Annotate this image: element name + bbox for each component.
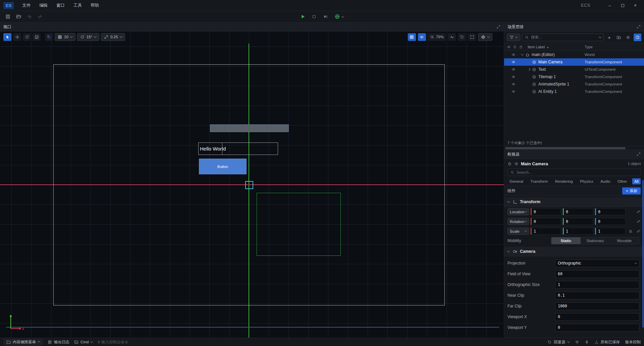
- tree-row-tilemap[interactable]: Tilemap 1 TransformComponent: [504, 73, 644, 80]
- visibility-column-icon[interactable]: [507, 45, 511, 49]
- tree-row-ai-entity[interactable]: AI Entity 1 TransformComponent: [504, 88, 644, 95]
- tab-general[interactable]: General: [507, 178, 525, 184]
- link-icon[interactable]: [636, 229, 641, 233]
- maximize-button[interactable]: [617, 1, 628, 9]
- grid-snap-dropdown[interactable]: 10: [55, 33, 75, 41]
- camera-section-header[interactable]: Camera: [504, 247, 644, 256]
- step-button[interactable]: [321, 13, 330, 21]
- hierarchy-settings-button[interactable]: [624, 34, 632, 41]
- visibility-eye-icon[interactable]: [512, 67, 516, 71]
- chevron-right-icon[interactable]: [527, 68, 531, 70]
- select-tool-button[interactable]: [3, 33, 11, 41]
- tree-row-main[interactable]: main (Editor) World: [504, 51, 644, 58]
- rotation-z-input[interactable]: [595, 218, 626, 225]
- move-tool-button[interactable]: [13, 33, 21, 41]
- button-widget[interactable]: Button: [199, 159, 247, 174]
- microphone-icon[interactable]: [585, 340, 589, 344]
- link-icon[interactable]: [636, 210, 641, 214]
- mobility-stationary[interactable]: Stationary: [581, 237, 610, 244]
- tab-all[interactable]: All: [632, 178, 641, 184]
- rotation-y-input[interactable]: [563, 218, 593, 225]
- redo-button[interactable]: [36, 13, 44, 21]
- mobility-movable[interactable]: Movable: [610, 237, 639, 244]
- console-command-input[interactable]: [101, 340, 162, 344]
- scale-z-input[interactable]: [595, 228, 626, 235]
- viewport-y-input[interactable]: [555, 324, 639, 332]
- grid-toggle-button[interactable]: [408, 33, 416, 41]
- item-label-column[interactable]: Item Label▲: [528, 45, 549, 49]
- scrollbar-thumb[interactable]: [505, 147, 626, 149]
- menu-edit[interactable]: 编辑: [35, 1, 52, 10]
- selection-pivot[interactable]: [245, 181, 253, 189]
- open-folder-button[interactable]: [14, 13, 23, 21]
- visibility-eye-icon[interactable]: [512, 53, 516, 57]
- close-button[interactable]: ×: [630, 1, 641, 9]
- menu-tools[interactable]: 工具: [69, 1, 86, 10]
- world-globe-dropdown[interactable]: [478, 33, 492, 41]
- save-button[interactable]: [3, 13, 12, 21]
- projection-select[interactable]: Orthographic: [555, 260, 639, 267]
- lock-column-icon[interactable]: [519, 45, 523, 49]
- visibility-eye-icon[interactable]: [512, 82, 516, 86]
- network-globe-button[interactable]: [332, 13, 346, 21]
- expand-panel-icon[interactable]: [637, 152, 641, 156]
- tag-tool-button[interactable]: [45, 33, 53, 41]
- visibility-eye-icon[interactable]: [512, 75, 516, 79]
- hierarchy-search[interactable]: [522, 34, 604, 41]
- rotation-dropdown[interactable]: Rotation: [507, 218, 529, 225]
- location-z-input[interactable]: [595, 208, 626, 215]
- stats-button[interactable]: [448, 33, 456, 41]
- location-y-input[interactable]: [563, 208, 593, 215]
- cmd-dropdown[interactable]: Cmd: [74, 340, 93, 344]
- link-icon[interactable]: [636, 219, 641, 224]
- text-widget[interactable]: Hello World: [198, 142, 278, 155]
- rollback-dropdown[interactable]: 回退器: [547, 340, 570, 345]
- inspector-search-input[interactable]: [517, 170, 638, 174]
- hierarchy-search-input[interactable]: [531, 35, 597, 39]
- type-column[interactable]: Type: [585, 45, 593, 49]
- inspector-search[interactable]: [507, 169, 641, 176]
- version-control-button[interactable]: 版本控制: [625, 340, 641, 345]
- orthographic-size-input[interactable]: [555, 281, 639, 289]
- field-of-view-input[interactable]: [555, 270, 639, 278]
- scale-dropdown[interactable]: Scale: [507, 228, 529, 235]
- tab-audio[interactable]: Audio: [598, 178, 612, 184]
- chevron-down-icon[interactable]: [520, 54, 524, 56]
- content-drawer-button[interactable]: 内容侧滑菜单: [3, 339, 43, 346]
- output-log-button[interactable]: 输出日志: [48, 340, 69, 345]
- tree-row-main-camera[interactable]: Main Camera TransformComponent: [504, 58, 644, 66]
- far-clip-input[interactable]: [555, 302, 639, 310]
- viewport-canvas[interactable]: 10 15° 0.25: [0, 32, 504, 338]
- save-status[interactable]: 所有已保存: [594, 340, 620, 345]
- filter-button[interactable]: [507, 34, 520, 41]
- scale-lock-icon[interactable]: [629, 229, 633, 233]
- menu-help[interactable]: 帮助: [86, 1, 103, 10]
- tree-row-animatedsprite[interactable]: AnimatedSprite 1 TransformComponent: [504, 80, 644, 88]
- play-button[interactable]: [298, 13, 307, 21]
- tab-rendering[interactable]: Rendering: [553, 178, 575, 184]
- near-clip-input[interactable]: [555, 292, 639, 299]
- visibility-toggle-button[interactable]: [418, 33, 426, 41]
- visibility-eye-icon[interactable]: [512, 90, 516, 94]
- add-entity-button[interactable]: +: [605, 34, 613, 41]
- rotation-x-input[interactable]: [531, 218, 561, 225]
- location-dropdown[interactable]: Location: [507, 208, 529, 215]
- menu-window[interactable]: 窗口: [52, 1, 69, 10]
- menu-file[interactable]: 文件: [18, 1, 35, 10]
- reset-view-button[interactable]: [458, 33, 466, 41]
- console-command-field[interactable]: [97, 340, 162, 344]
- tab-other[interactable]: Other: [615, 178, 629, 184]
- favorite-column-icon[interactable]: [513, 45, 517, 49]
- transform-section-header[interactable]: Transform: [504, 197, 644, 207]
- undo-button[interactable]: [25, 13, 34, 21]
- visibility-eye-icon[interactable]: [512, 60, 516, 64]
- network-status-icon[interactable]: [575, 340, 579, 344]
- rotate-tool-button[interactable]: [23, 33, 31, 41]
- slider-widget[interactable]: [210, 124, 289, 132]
- tab-physics[interactable]: Physics: [578, 178, 595, 184]
- fullscreen-button[interactable]: [468, 33, 476, 41]
- tree-row-text[interactable]: Text UITextComponent: [504, 66, 644, 73]
- scale-tool-button[interactable]: [33, 33, 41, 41]
- minimize-button[interactable]: –: [604, 1, 615, 9]
- sidebar-vertical-scrollbar[interactable]: [642, 22, 644, 338]
